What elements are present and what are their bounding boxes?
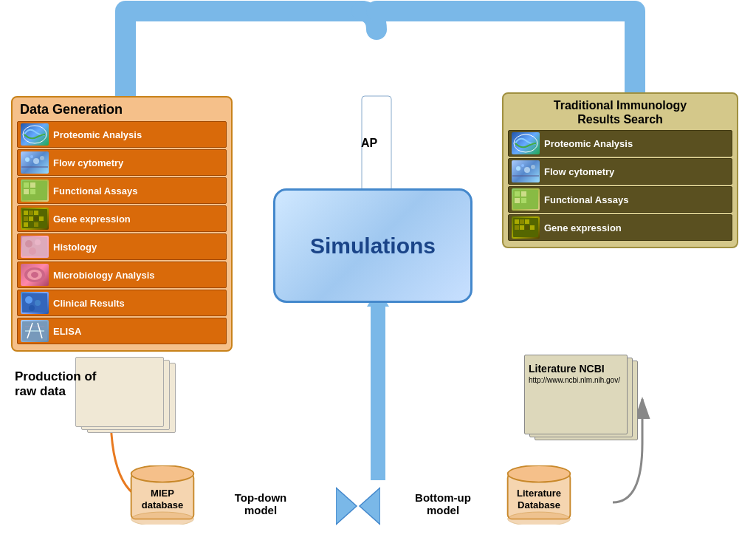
svg-rect-22 <box>24 189 29 194</box>
svg-rect-56 <box>515 191 520 197</box>
svg-rect-67 <box>525 225 529 230</box>
functional-icon <box>21 180 49 202</box>
svg-rect-31 <box>34 216 38 221</box>
diagram-container: Data Generation Proteomic Analysis Flow … <box>0 0 756 560</box>
svg-rect-59 <box>521 198 526 203</box>
svg-rect-33 <box>24 222 28 227</box>
miep-label-text: MIEPdatabase <box>142 488 183 511</box>
lit-ncbi-label: Literature NCBI http://www.ncbi.nlm.nih.… <box>529 362 620 385</box>
svg-point-14 <box>30 155 33 158</box>
data-item-elisa-label: ELISA <box>53 326 81 337</box>
data-item-histology: Histology <box>17 233 227 260</box>
svg-rect-20 <box>30 182 35 188</box>
data-item-gene-label: Gene expression <box>53 214 131 225</box>
svg-point-53 <box>531 165 535 169</box>
data-item-flow-label: Flow cytometry <box>53 157 123 168</box>
trad-item-proteomic: Proteomic Analysis <box>508 130 732 157</box>
svg-rect-30 <box>29 216 33 221</box>
svg-point-44 <box>25 296 32 304</box>
trad-functional-icon <box>512 188 540 211</box>
svg-rect-26 <box>29 211 33 215</box>
svg-rect-62 <box>520 219 524 224</box>
svg-rect-65 <box>515 225 519 230</box>
flow-icon <box>21 151 49 174</box>
svg-rect-28 <box>39 211 44 215</box>
svg-point-45 <box>35 300 41 306</box>
data-item-micro: Microbiology Analysis <box>17 262 227 288</box>
svg-point-51 <box>521 164 524 167</box>
traditional-immunology-box: Traditional ImmunologyResults Search Pro… <box>502 92 738 248</box>
svg-rect-27 <box>34 211 38 215</box>
trad-imm-title-text: Traditional ImmunologyResults Search <box>554 99 687 126</box>
svg-rect-58 <box>515 198 520 203</box>
svg-point-71 <box>131 512 194 525</box>
svg-rect-35 <box>34 222 38 227</box>
topdown-text: Top-downmodel <box>235 491 287 516</box>
traditional-immunology-title: Traditional ImmunologyResults Search <box>508 98 732 126</box>
svg-point-42 <box>31 272 38 278</box>
data-item-proteomic: Proteomic Analysis <box>17 121 227 148</box>
svg-point-73 <box>508 465 571 482</box>
data-item-functional: Functional Assays <box>17 177 227 204</box>
svg-rect-63 <box>525 219 529 224</box>
gene-icon <box>21 208 49 230</box>
data-item-flow: Flow cytometry <box>17 149 227 176</box>
lit-db-label-text: LiteratureDatabase <box>517 488 561 511</box>
data-item-micro-label: Microbiology Analysis <box>53 270 155 281</box>
svg-rect-57 <box>521 191 526 197</box>
svg-rect-64 <box>530 219 535 224</box>
svg-point-15 <box>33 158 39 164</box>
trad-item-flow-label: Flow cytometry <box>544 166 614 177</box>
svg-rect-66 <box>520 225 524 230</box>
raw-data-label: Production ofraw data <box>15 369 133 400</box>
svg-rect-32 <box>39 216 44 221</box>
data-generation-title: Data Generation <box>17 102 227 117</box>
bottomup-text: Bottom-upmodel <box>415 491 471 516</box>
miep-label: MIEPdatabase <box>126 488 199 511</box>
lit-ncbi-title: Literature NCBI <box>529 362 620 375</box>
svg-rect-68 <box>530 225 535 230</box>
trad-item-functional: Functional Assays <box>508 186 732 213</box>
data-item-clinical: Clinical Results <box>17 290 227 316</box>
svg-rect-61 <box>515 219 519 224</box>
data-item-histology-label: Histology <box>53 242 97 253</box>
svg-point-50 <box>516 166 520 171</box>
bottomup-model-label: Bottom-upmodel <box>391 491 495 516</box>
proteomic-icon <box>21 123 49 146</box>
trad-proteomic-icon <box>512 132 540 154</box>
data-item-proteomic-label: Proteomic Analysis <box>53 129 142 140</box>
data-generation-box: Data Generation Proteomic Analysis Flow … <box>11 96 233 352</box>
svg-rect-34 <box>29 222 33 227</box>
svg-rect-19 <box>24 182 29 188</box>
simulations-box: Simulations <box>273 188 472 303</box>
trad-flow-icon <box>512 160 540 182</box>
svg-marker-76 <box>360 488 380 525</box>
data-item-functional-label: Functional Assays <box>53 185 137 197</box>
svg-rect-23 <box>30 189 35 194</box>
micro-icon <box>21 264 49 286</box>
clinical-icon <box>21 292 49 314</box>
svg-point-74 <box>508 512 571 525</box>
trad-item-flow: Flow cytometry <box>508 158 732 185</box>
lit-ncbi-url: http://www.ncbi.nlm.nih.gov/ <box>529 375 620 385</box>
svg-point-16 <box>40 156 44 160</box>
data-item-clinical-label: Clinical Results <box>53 298 125 309</box>
trad-item-gene-label: Gene expression <box>544 222 622 233</box>
svg-point-70 <box>131 465 194 482</box>
data-item-elisa: ELISA <box>17 318 227 344</box>
svg-rect-25 <box>24 211 28 215</box>
simulations-label: Simulations <box>310 233 436 259</box>
svg-point-39 <box>29 247 36 255</box>
trad-item-proteomic-label: Proteomic Analysis <box>544 138 633 149</box>
svg-rect-29 <box>24 216 28 221</box>
data-item-gene: Gene expression <box>17 205 227 232</box>
trad-gene-icon <box>512 216 540 239</box>
svg-point-37 <box>25 240 32 247</box>
svg-rect-21 <box>37 182 42 188</box>
elisa-icon <box>21 320 49 342</box>
trad-item-functional-label: Functional Assays <box>544 194 628 205</box>
bowtie-connector <box>336 484 380 528</box>
lit-db-label: LiteratureDatabase <box>502 488 576 511</box>
trad-item-gene: Gene expression <box>508 214 732 241</box>
topdown-model-label: Top-downmodel <box>213 491 309 516</box>
